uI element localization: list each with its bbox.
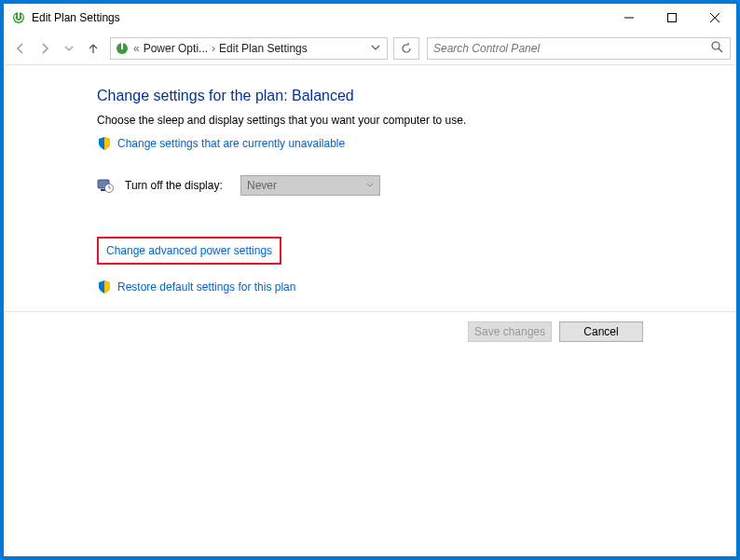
navbar: « Power Opti... › Edit Plan Settings [4,32,736,65]
up-button[interactable] [82,37,104,60]
page-description: Choose the sleep and display settings th… [97,114,656,127]
chevron-down-icon [366,181,374,191]
search-input[interactable] [433,42,711,55]
advanced-settings-highlight: Change advanced power settings [97,237,281,265]
svg-line-9 [719,48,722,52]
location-icon [115,41,130,56]
search-icon[interactable] [711,41,724,56]
shield-icon [97,280,112,294]
back-button[interactable] [9,37,32,60]
close-button[interactable] [693,4,736,32]
button-row: Save changes Cancel [4,312,736,342]
svg-point-8 [712,42,719,49]
monitor-clock-icon [97,177,114,194]
window-title: Edit Plan Settings [32,11,120,24]
svg-rect-7 [121,43,123,49]
save-button: Save changes [468,321,552,342]
advanced-settings-link[interactable]: Change advanced power settings [106,244,272,257]
breadcrumb-crumb-2[interactable]: Edit Plan Settings [219,42,308,55]
svg-rect-3 [668,13,677,21]
content-area: Change settings for the plan: Balanced C… [4,65,736,556]
breadcrumb[interactable]: « Power Opti... › Edit Plan Settings [110,37,388,60]
display-timeout-value: Never [247,179,277,192]
recent-dropdown[interactable] [58,37,80,60]
display-timeout-dropdown[interactable]: Never [240,175,380,196]
display-timeout-row: Turn off the display: Never [97,175,656,196]
maximize-button[interactable] [651,4,693,32]
page-title: Change settings for the plan: Balanced [97,88,656,104]
chevron-right-icon: › [212,42,215,55]
unavailable-settings-row: Change settings that are currently unava… [97,136,656,151]
refresh-button[interactable] [393,37,419,60]
restore-defaults-row: Restore default settings for this plan [97,280,656,294]
svg-rect-1 [18,12,20,19]
titlebar: Edit Plan Settings [4,4,736,32]
search-box[interactable] [427,37,731,60]
breadcrumb-ellipsis[interactable]: « [133,42,140,55]
unavailable-settings-link[interactable]: Change settings that are currently unava… [117,137,345,150]
window: Edit Plan Settings « Power [3,3,737,557]
breadcrumb-dropdown[interactable] [368,42,383,55]
shield-icon [97,136,112,151]
minimize-button[interactable] [608,4,651,32]
display-timeout-label: Turn off the display: [125,179,229,192]
forward-button[interactable] [34,37,56,60]
breadcrumb-crumb-1[interactable]: Power Opti... [144,42,208,55]
cancel-button[interactable]: Cancel [559,321,643,342]
app-icon [11,10,26,25]
restore-defaults-link[interactable]: Restore default settings for this plan [117,280,295,294]
